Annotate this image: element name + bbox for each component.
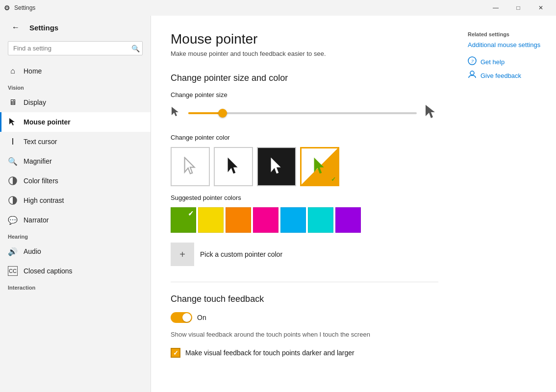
minimize-button[interactable]: — bbox=[484, 0, 507, 16]
suggested-color-1[interactable] bbox=[198, 207, 224, 233]
pick-custom-color[interactable]: + Pick a custom pointer color bbox=[171, 243, 438, 266]
search-box: 🔍 bbox=[8, 41, 143, 55]
sidebar-item-mouse-pointer[interactable]: Mouse pointer bbox=[0, 112, 151, 132]
hearing-section-label: Hearing bbox=[0, 230, 151, 242]
size-slider-track[interactable] bbox=[188, 112, 417, 114]
title-bar-title: Settings bbox=[14, 4, 35, 11]
checkbox-row: Make visual feedback for touch points da… bbox=[171, 348, 438, 358]
toggle-knob bbox=[182, 313, 191, 322]
mouse-pointer-icon bbox=[8, 117, 18, 127]
sidebar-item-color-filters-label: Color filters bbox=[24, 177, 58, 185]
get-help-label: Get help bbox=[480, 58, 505, 66]
size-slider-thumb[interactable] bbox=[218, 109, 227, 118]
sidebar-item-text-cursor-label: Text cursor bbox=[24, 138, 57, 146]
search-input[interactable] bbox=[8, 41, 143, 55]
sidebar-title: Settings bbox=[29, 24, 58, 32]
cursor-small-icon bbox=[171, 106, 180, 120]
vision-section-label: Vision bbox=[0, 81, 151, 93]
change-size-label: Change pointer size bbox=[171, 91, 438, 98]
suggested-color-3[interactable] bbox=[253, 207, 278, 233]
touch-checkbox[interactable] bbox=[171, 348, 180, 358]
sidebar-item-audio-label: Audio bbox=[24, 247, 41, 255]
suggested-color-2[interactable] bbox=[226, 207, 251, 233]
magnifier-icon: 🔍 bbox=[8, 156, 18, 166]
give-feedback-label: Give feedback bbox=[480, 72, 521, 79]
search-icon[interactable]: 🔍 bbox=[131, 45, 140, 52]
suggested-color-6[interactable] bbox=[335, 207, 361, 233]
toggle-state-label: On bbox=[197, 314, 206, 321]
page-subtitle: Make mouse pointer and touch feedback ea… bbox=[171, 50, 438, 57]
svg-marker-4 bbox=[426, 105, 435, 118]
maximize-button[interactable]: □ bbox=[507, 0, 530, 16]
high-contrast-icon bbox=[8, 196, 18, 205]
sidebar-item-home[interactable]: ⌂ Home bbox=[0, 61, 151, 81]
color-filters-icon bbox=[8, 176, 18, 186]
suggested-color-0[interactable]: ✓ bbox=[171, 207, 196, 233]
back-button[interactable]: ← bbox=[8, 20, 24, 35]
sidebar-item-narrator-label: Narrator bbox=[24, 216, 49, 224]
page-title: Mouse pointer bbox=[171, 31, 438, 47]
display-icon: 🖥 bbox=[8, 98, 18, 107]
app-icon: ⚙ bbox=[4, 4, 10, 12]
title-bar: ⚙ Settings — □ ✕ bbox=[0, 0, 556, 16]
get-help-icon: ? bbox=[468, 56, 477, 67]
suggested-colors-container: ✓ bbox=[171, 207, 438, 233]
sidebar-item-audio[interactable]: 🔊 Audio bbox=[0, 242, 151, 261]
sidebar-item-high-contrast[interactable]: High contrast bbox=[0, 191, 151, 210]
audio-icon: 🔊 bbox=[8, 246, 18, 256]
sidebar-item-high-contrast-label: High contrast bbox=[24, 196, 64, 204]
custom-cursor-option[interactable]: ✓ bbox=[300, 147, 339, 186]
sidebar-item-mouse-pointer-label: Mouse pointer bbox=[24, 118, 71, 126]
plus-icon: + bbox=[171, 243, 194, 266]
checkbox-label: Make visual feedback for touch points da… bbox=[185, 349, 354, 357]
sidebar-item-display-label: Display bbox=[24, 98, 46, 106]
related-settings-label: Related settings bbox=[468, 31, 546, 37]
touch-feedback-title: Change touch feedback bbox=[171, 294, 438, 304]
svg-marker-3 bbox=[172, 107, 178, 116]
svg-marker-6 bbox=[228, 157, 238, 173]
sidebar-item-color-filters[interactable]: Color filters bbox=[0, 171, 151, 191]
svg-marker-7 bbox=[271, 157, 281, 173]
svg-text:?: ? bbox=[471, 58, 474, 64]
sidebar-item-home-label: Home bbox=[24, 67, 42, 75]
home-icon: ⌂ bbox=[8, 66, 18, 76]
sidebar: ← Settings 🔍 ⌂ Home Vision 🖥 Display Mou… bbox=[0, 16, 151, 392]
inverted-cursor-option[interactable] bbox=[257, 147, 296, 186]
close-button[interactable]: ✕ bbox=[530, 0, 552, 16]
narrator-icon: 💬 bbox=[8, 215, 18, 225]
sidebar-item-closed-captions-label: Closed captions bbox=[24, 267, 73, 275]
suggested-color-5[interactable] bbox=[308, 207, 333, 233]
sidebar-item-text-cursor[interactable]: I Text cursor bbox=[0, 132, 151, 151]
closed-captions-icon: CC bbox=[8, 266, 18, 276]
get-help-row[interactable]: ? Get help bbox=[468, 56, 546, 67]
white-cursor-option[interactable] bbox=[171, 147, 210, 186]
right-panel: Related settings Additional mouse settin… bbox=[458, 16, 556, 392]
sidebar-item-display[interactable]: 🖥 Display bbox=[0, 93, 151, 112]
section-divider bbox=[171, 282, 438, 282]
touch-toggle-row: On bbox=[171, 312, 438, 323]
additional-mouse-settings-link[interactable]: Additional mouse settings bbox=[468, 41, 546, 49]
sidebar-item-narrator[interactable]: 💬 Narrator bbox=[0, 210, 151, 230]
give-feedback-icon bbox=[468, 70, 477, 81]
change-color-label: Change pointer color bbox=[171, 134, 438, 141]
pointer-size-slider-container bbox=[171, 104, 438, 122]
text-cursor-icon: I bbox=[8, 137, 18, 147]
cursor-large-icon bbox=[425, 104, 438, 122]
sidebar-item-magnifier[interactable]: 🔍 Magnifier bbox=[0, 151, 151, 171]
title-bar-controls: — □ ✕ bbox=[484, 0, 552, 16]
touch-toggle[interactable] bbox=[171, 312, 192, 323]
main-content: Mouse pointer Make mouse pointer and tou… bbox=[151, 16, 458, 392]
give-feedback-row[interactable]: Give feedback bbox=[468, 70, 546, 81]
svg-marker-0 bbox=[9, 118, 15, 125]
svg-point-11 bbox=[470, 71, 474, 75]
suggested-color-4[interactable] bbox=[280, 207, 306, 233]
sidebar-item-closed-captions[interactable]: CC Closed captions bbox=[0, 261, 151, 281]
interaction-section-label: Interaction bbox=[0, 281, 151, 293]
svg-marker-5 bbox=[185, 157, 195, 173]
pointer-color-options: ✓ bbox=[171, 147, 438, 186]
black-cursor-option[interactable] bbox=[214, 147, 253, 186]
suggested-colors-label: Suggested pointer colors bbox=[171, 194, 438, 201]
toggle-description: Show visual feedback around the touch po… bbox=[171, 331, 438, 338]
sidebar-item-magnifier-label: Magnifier bbox=[24, 157, 52, 165]
change-size-color-title: Change pointer size and color bbox=[171, 73, 438, 83]
